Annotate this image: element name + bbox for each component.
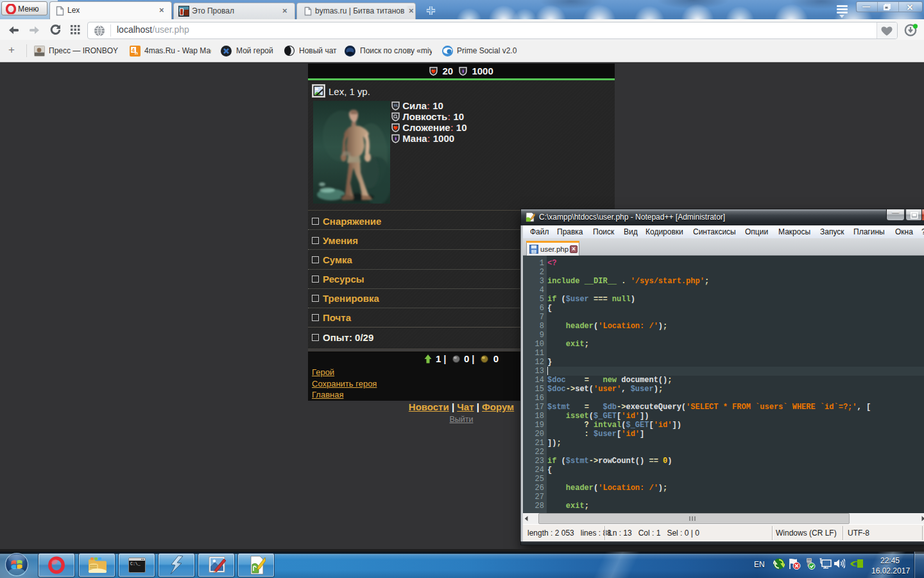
svg-text:C:\_: C:\_ xyxy=(130,562,141,566)
svg-text:n: n xyxy=(135,50,138,56)
